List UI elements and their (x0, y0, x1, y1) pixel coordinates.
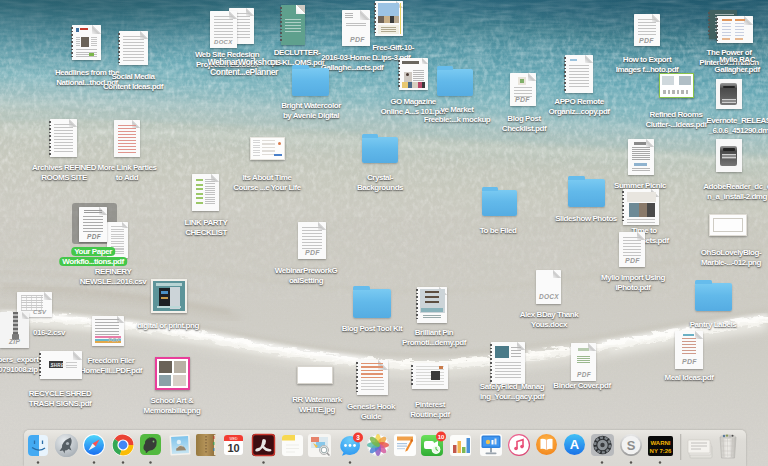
svg-text:A: A (570, 437, 580, 452)
svg-text:3: 3 (356, 434, 360, 441)
svg-text:WARNI: WARNI (651, 440, 671, 446)
svg-text:10: 10 (227, 442, 239, 454)
svg-text:10: 10 (438, 434, 445, 440)
svg-text:S: S (627, 438, 636, 453)
svg-text:WED: WED (229, 437, 238, 441)
svg-text:NY 7:26: NY 7:26 (650, 448, 673, 454)
